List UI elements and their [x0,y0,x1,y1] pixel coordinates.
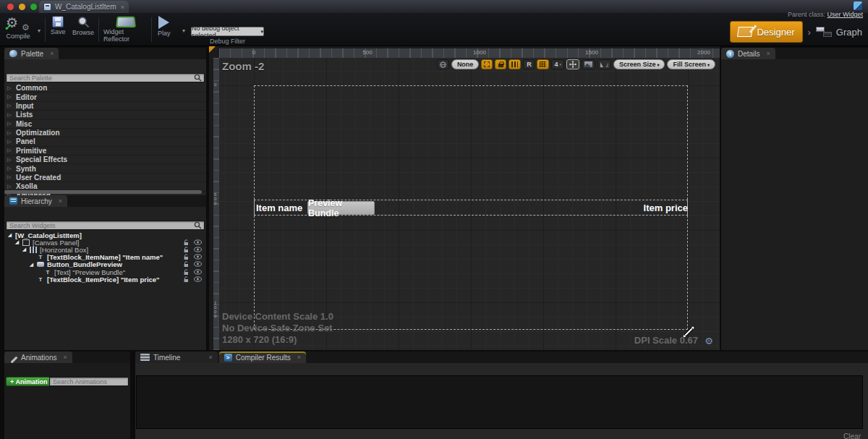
graph-mode-button[interactable]: Graph [816,27,862,38]
palette-category-row[interactable]: ▷Special Effects [4,155,206,164]
compiler-output-log[interactable] [136,375,863,429]
palette-category-row[interactable]: ▷User Created [4,174,206,182]
fill-rules-button[interactable] [509,59,521,69]
palette-category-row[interactable]: ▷Editor [4,93,206,101]
palette-search-input[interactable] [7,74,194,82]
play-options-caret[interactable]: ▾ [182,27,185,34]
grid-snap-button[interactable] [537,59,549,69]
visibility-eye-icon[interactable] [194,239,202,246]
expander-icon[interactable]: ▷ [7,103,12,108]
expander-icon[interactable]: ▷ [7,121,12,127]
palette-category-row[interactable]: ▷Misc [4,120,206,129]
visibility-eye-icon[interactable] [194,261,202,268]
window-maximize-button[interactable] [30,4,37,10]
preview-bundle-button[interactable]: Preview Bundle [307,201,375,215]
lock-icon[interactable] [183,261,190,268]
expander-icon[interactable]: ◢ [22,247,27,252]
palette-category-row[interactable]: ▷Panel [4,137,206,146]
screen-size-dropdown[interactable]: Screen Size ▾ [613,59,665,69]
timeline-tab-close-icon[interactable]: × [208,354,212,361]
widget-tree-row[interactable]: ◢[Horizontal Box] [4,246,206,253]
hierarchy-tab-close-icon[interactable]: × [59,197,62,205]
animations-tab-close-icon[interactable]: × [63,354,67,361]
lock-icon[interactable] [183,254,190,260]
item-price-textblock[interactable]: Item price [644,203,688,213]
play-button[interactable]: Play [158,16,171,37]
browse-button[interactable]: Browse [72,16,94,36]
lock-icon[interactable] [183,247,190,253]
widget-reflector-button[interactable]: Widget Reflector [103,16,148,43]
designer-mode-button[interactable]: Designer [730,21,802,43]
palette-tab-close-icon[interactable]: × [50,50,54,57]
expander-icon[interactable]: ▷ [7,166,12,171]
palette-scrollbar[interactable] [4,190,202,194]
asset-tab-close-icon[interactable]: × [121,4,124,11]
compile-options-caret[interactable]: ▾ [38,27,41,34]
animations-search-input[interactable] [50,378,140,385]
tab-animations[interactable]: Animations × [4,351,72,363]
fill-screen-dropdown[interactable]: Fill Screen ▾ [667,59,715,69]
widget-tree-row[interactable]: T[Text] "Preview Bundle" [4,268,206,276]
palette-category-row[interactable]: ▷Optimization [4,129,206,137]
window-menu-icon[interactable] [854,1,862,10]
localization-preview-button[interactable] [437,59,449,69]
expander-icon[interactable]: ▷ [7,112,12,118]
visibility-eye-icon[interactable] [194,254,202,260]
tab-compiler-results[interactable]: > Compiler Results × [219,351,306,363]
expander-icon[interactable]: ▷ [7,130,12,136]
lock-icon[interactable] [183,269,190,276]
widget-tree-row[interactable]: ◢[W_CatalogListItem] [4,231,206,239]
toggle-outlines-button[interactable] [481,59,493,69]
flow-direction-dropdown[interactable]: None [451,59,480,69]
palette-category-row[interactable]: ▷Common [4,84,206,93]
tab-details[interactable]: i Details × [721,48,775,59]
tab-timeline[interactable]: Timeline × [135,351,218,363]
respect-locks-button[interactable]: R [523,59,535,69]
lock-icon[interactable] [183,276,190,283]
palette-category-row[interactable]: ▷Synth [4,164,206,173]
widget-tree-row[interactable]: ◢Button_BundlePreview [4,261,206,268]
expander-icon[interactable]: ▷ [7,94,12,100]
asset-tab[interactable]: W_CatalogListItem × [39,1,129,13]
widget-tree-row[interactable]: T[TextBlock_ItemName] "Item name" [4,254,206,261]
mirror-preview-button[interactable] [597,59,611,69]
tab-palette[interactable]: Palette × [4,48,59,59]
parent-class-link[interactable]: User Widget [827,11,863,18]
compiler-tab-close-icon[interactable]: × [297,354,301,361]
add-animation-button[interactable]: + Animation [6,377,51,386]
window-minimize-button[interactable] [19,4,25,10]
tab-hierarchy[interactable]: Hierarchy × [4,195,67,207]
debug-object-dropdown[interactable]: No debug object selected ▾ [191,27,264,36]
window-close-button[interactable] [7,4,14,10]
compile-button[interactable]: ⚙ ⚙ ✓ Compile [6,16,30,40]
palette-category-row[interactable]: ▷Primitive [4,147,206,155]
grid-snap-size-dropdown[interactable]: 4 ▾ [551,59,564,69]
expander-icon[interactable]: ▷ [7,139,12,145]
dpi-settings-gear-icon[interactable]: ⚙ [705,336,713,346]
design-canvas[interactable]: Zoom -2 Item name Preview Bundle Item pr… [219,58,720,350]
save-button[interactable]: Save [51,16,66,35]
expander-icon[interactable]: ▷ [7,85,12,91]
transform-mode-button[interactable] [566,59,579,69]
item-name-textblock[interactable]: Item name [256,203,302,213]
details-tab-close-icon[interactable]: × [767,50,770,57]
palette-category-row[interactable]: ▷Lists [4,111,206,119]
visibility-eye-icon[interactable] [194,247,202,253]
expander-icon[interactable]: ▷ [7,174,12,180]
lock-widgets-button[interactable] [495,59,506,69]
expander-icon[interactable]: ▷ [7,148,12,153]
widget-tree-row[interactable]: T[TextBlock_ItemPrice] "Item price" [4,276,206,283]
resize-handle-icon[interactable] [682,325,695,338]
hierarchy-search-input[interactable] [7,221,194,229]
clear-log-button[interactable]: Clear [843,432,861,439]
expander-icon[interactable]: ◢ [7,232,12,238]
widget-tree-row[interactable]: ◢[Canvas Panel] [4,239,206,246]
visibility-eye-icon[interactable] [194,276,202,283]
palette-category-row[interactable]: ▷Input [4,102,206,111]
expander-icon[interactable]: ◢ [14,239,20,245]
expander-icon[interactable]: ▷ [7,157,12,163]
expander-icon[interactable]: ◢ [29,262,34,268]
visibility-eye-icon[interactable] [194,269,202,276]
expander-icon[interactable]: ▷ [7,184,12,189]
preview-background-button[interactable] [582,59,595,69]
